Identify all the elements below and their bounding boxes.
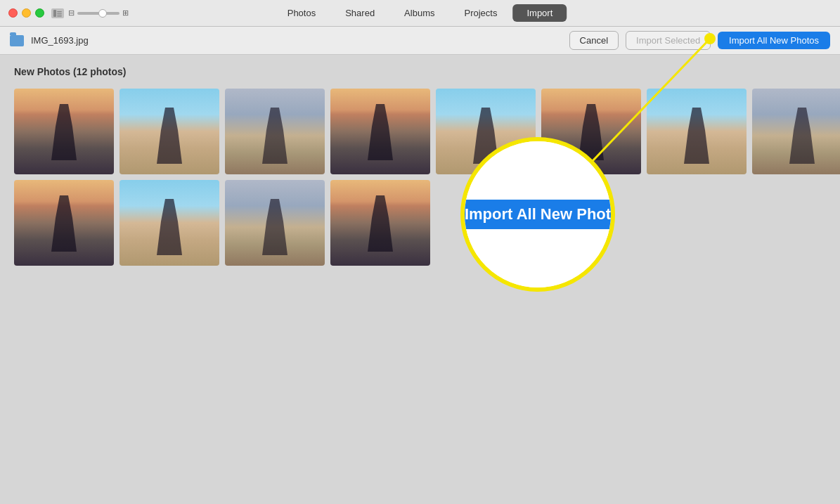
- magnifier-overlay: Import All New Phot: [460, 137, 615, 292]
- photo-1[interactable]: [14, 89, 114, 174]
- sidebar-toggle-icon[interactable]: [51, 8, 64, 18]
- window-controls: [51, 8, 64, 18]
- svg-rect-2: [57, 13, 62, 15]
- magnifier-content: Import All New Phot: [465, 141, 611, 287]
- photo-8[interactable]: [752, 89, 840, 174]
- photo-3[interactable]: [225, 89, 325, 174]
- toolbar: IMG_1693.jpg Cancel Import Selected Impo…: [0, 27, 840, 55]
- filename-label: IMG_1693.jpg: [31, 35, 89, 46]
- tab-import[interactable]: Import: [512, 4, 567, 22]
- zoom-large-icon: ⊞: [122, 8, 129, 18]
- import-selected-button[interactable]: Import Selected: [626, 31, 711, 50]
- tab-albums[interactable]: Albums: [390, 4, 448, 22]
- photo-10[interactable]: [119, 180, 219, 266]
- tab-shared[interactable]: Shared: [331, 4, 389, 22]
- minimize-button[interactable]: [22, 8, 31, 18]
- svg-rect-3: [57, 15, 62, 17]
- tab-photos[interactable]: Photos: [273, 4, 330, 22]
- zoom-slider-track[interactable]: [77, 12, 119, 15]
- photo-9[interactable]: [14, 180, 114, 266]
- titlebar: ⊟ ⊞ Photos Shared Albums Projects Import: [0, 0, 840, 27]
- photo-7[interactable]: [647, 89, 747, 174]
- photo-11[interactable]: [225, 180, 325, 266]
- photo-2[interactable]: [119, 89, 219, 174]
- zoom-slider-thumb[interactable]: [98, 9, 107, 18]
- cancel-button[interactable]: Cancel: [569, 31, 619, 50]
- photo-12[interactable]: [330, 180, 430, 266]
- magnifier-button-text: Import All New Phot: [460, 200, 615, 229]
- nav-tabs: Photos Shared Albums Projects Import: [273, 4, 567, 22]
- traffic-lights: [8, 8, 44, 18]
- maximize-button[interactable]: [35, 8, 44, 18]
- svg-rect-1: [57, 11, 62, 13]
- folder-icon: [10, 35, 24, 46]
- svg-rect-0: [53, 10, 56, 17]
- zoom-small-icon: ⊟: [68, 8, 75, 18]
- photo-grid: [14, 89, 826, 266]
- import-all-button[interactable]: Import All New Photos: [718, 32, 830, 49]
- section-title: New Photos (12 photos): [14, 66, 826, 77]
- content-area: New Photos (12 photos): [0, 55, 840, 277]
- photo-4[interactable]: [330, 89, 430, 174]
- zoom-slider-area: ⊟ ⊞: [68, 8, 129, 18]
- tab-projects[interactable]: Projects: [450, 4, 511, 22]
- close-button[interactable]: [8, 8, 18, 18]
